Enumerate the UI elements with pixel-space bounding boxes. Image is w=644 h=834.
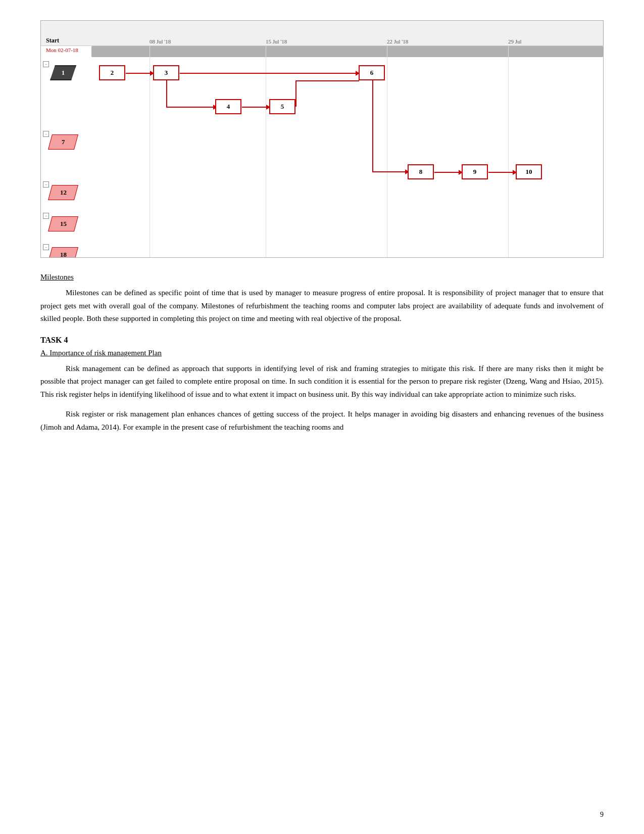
content-area: Milestones Milestones can be defined as … — [40, 273, 604, 434]
arrow-8-9 — [434, 172, 462, 173]
task-3: 3 — [153, 65, 179, 80]
gantt-date-1: 08 Jul '18 — [150, 38, 171, 44]
task-9: 9 — [462, 164, 488, 179]
tick-line-3 — [387, 46, 387, 258]
task-1: 1 — [50, 65, 76, 80]
arrow-2-3 — [126, 73, 154, 74]
milestones-body: Milestones can be defined as specific po… — [40, 287, 604, 326]
task-6: 6 — [359, 65, 385, 80]
arrow-to-4 — [203, 107, 217, 108]
task-8: 8 — [408, 164, 434, 179]
task-5: 5 — [269, 99, 295, 114]
gantt-date-4: 29 Jul — [508, 38, 522, 44]
arrow-3-6 — [180, 73, 359, 74]
arrow-4-5 — [242, 107, 270, 108]
page: Start 08 Jul '18 15 Jul '18 22 Jul '18 2… — [0, 0, 644, 834]
task4-para1: Risk management can be defined as approa… — [40, 362, 604, 401]
collapse-icon-18[interactable]: − — [43, 244, 49, 250]
task-10: 10 — [516, 164, 542, 179]
collapse-icon-1[interactable]: − — [43, 61, 49, 67]
task4-section: TASK 4 A. Importance of risk management … — [40, 336, 604, 434]
task4-heading: TASK 4 — [40, 336, 604, 345]
task4-para2: Risk register or risk management plan en… — [40, 408, 604, 434]
arrow-to-8 — [394, 171, 409, 172]
milestones-section: Milestones Milestones can be defined as … — [40, 273, 604, 326]
gantt-grey-bar — [91, 46, 603, 57]
task-2: 2 — [99, 65, 125, 80]
task-4: 4 — [215, 99, 241, 114]
vline-5-up — [295, 80, 296, 107]
gantt-date-3: 22 Jul '18 — [387, 38, 408, 44]
task-12: 12 — [50, 185, 76, 200]
task-7: 7 — [50, 134, 76, 150]
hline-5-6 — [295, 80, 359, 81]
vline-3-down — [166, 80, 167, 107]
task-15: 15 — [50, 216, 76, 231]
subheading-a-text: A. Importance of risk management Plan — [40, 349, 162, 357]
tick-line-4 — [508, 46, 509, 258]
task4-subheading-a: A. Importance of risk management Plan — [40, 349, 604, 362]
tick-line-2 — [266, 46, 266, 258]
task-18: 18 — [50, 247, 76, 258]
gantt-header: Start 08 Jul '18 15 Jul '18 22 Jul '18 2… — [41, 21, 603, 46]
gantt-chart: Start 08 Jul '18 15 Jul '18 22 Jul '18 2… — [40, 20, 604, 258]
vline-6-down — [372, 80, 373, 171]
collapse-icon-7[interactable]: − — [43, 131, 49, 137]
gantt-body: Mon 02-07-18 − 1 2 3 — [41, 46, 603, 258]
arrow-9-10 — [488, 172, 516, 173]
page-number: 9 — [600, 811, 604, 819]
gantt-date-2: 15 Jul '18 — [266, 38, 287, 44]
milestones-heading: Milestones — [40, 273, 74, 282]
tick-line-1 — [150, 46, 150, 258]
collapse-icon-12[interactable]: − — [43, 181, 49, 188]
collapse-icon-15[interactable]: − — [43, 213, 49, 219]
gantt-start-date: Mon 02-07-18 — [46, 47, 78, 53]
gantt-start-label: Start — [46, 37, 59, 44]
